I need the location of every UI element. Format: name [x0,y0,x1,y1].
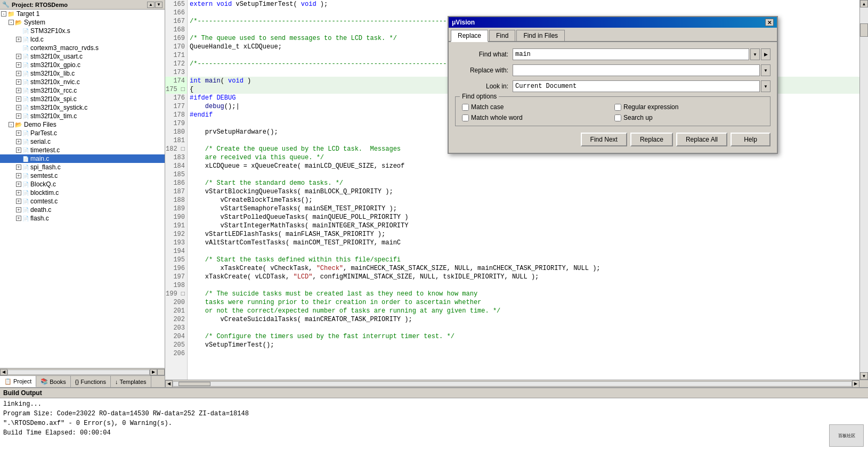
tab-templates-label: Templates [119,379,146,385]
code-hscroll-track[interactable] [173,381,852,387]
replace-with-row: Replace with: ▼ [455,64,770,76]
tab-books[interactable]: 📚 Books [36,376,71,387]
tree-item-comtest[interactable]: + 📄 comtest.c [0,197,165,206]
expand-icon-blocktim[interactable]: + [16,190,21,195]
tree-item-semtest[interactable]: + 📄 semtest.c [0,171,165,180]
tree-item-lcdc[interactable]: + 📄 lcd.c [0,35,165,44]
expand-icon-stm32systick[interactable]: + [16,105,21,110]
hscroll-left[interactable]: ◀ [0,369,7,375]
replace-with-input[interactable] [513,64,760,76]
expand-icon-death[interactable]: + [16,207,21,212]
code-hscroll-left[interactable]: ◀ [165,380,173,388]
find-tab-label: Find [496,32,508,39]
regular-expression-label: Regular expression [623,103,678,111]
tree-item-blockq[interactable]: + 📄 BlockQ.c [0,180,165,188]
find-next-button[interactable]: Find Next [581,133,627,146]
tab-project[interactable]: 📋 Project [0,376,36,387]
tree-item-spiflash[interactable]: + 📄 spi_flash.c [0,163,165,171]
dialog-buttons: Find Next Replace Replace All Help [455,133,770,146]
hscroll-track[interactable] [7,370,150,375]
tree-item-stm32lib[interactable]: + 📄 stm32f10x_lib.c [0,69,165,78]
expand-icon-partest[interactable]: + [16,130,21,136]
code-line-191: vStartIntegerMathTasks( mainINTEGER_TASK… [190,222,859,230]
expand-icon-demofiles[interactable]: - [9,122,14,127]
code-scroll-down[interactable]: ▼ [860,372,868,380]
look-in-input[interactable] [513,80,760,92]
expand-icon[interactable]: - [1,11,6,17]
tree-item-stm32systick[interactable]: + 📄 stm32f10x_systick.c [0,103,165,112]
match-whole-word-checkbox[interactable] [462,114,469,121]
tree-item-system[interactable]: - 📂 System [0,18,165,27]
find-what-dropdown[interactable]: ▼ [750,48,760,60]
replace-button[interactable]: Replace [630,133,673,146]
expand-icon-stm32spi[interactable]: + [16,96,21,102]
watermark-text: 百板社区 [838,433,855,439]
tree-item-demofiles[interactable]: - 📂 Demo Files [0,120,165,129]
dialog-close-button[interactable]: ✕ [765,19,774,26]
dialog-tab-replace[interactable]: Replace [451,30,488,42]
help-button[interactable]: Help [731,133,770,146]
expand-icon-serial[interactable]: + [16,139,21,144]
expand-icon-lcdc[interactable]: + [16,37,21,42]
code-hscroll-thumb[interactable] [179,382,210,386]
expand-icon-stm32lib[interactable]: + [16,71,21,76]
tree-item-stm32f10xs[interactable]: 📄 STM32F10x.s [0,27,165,35]
code-scroll-thumb[interactable] [860,23,868,37]
tree-item-mainc[interactable]: 📄 main.c [0,154,165,163]
dialog-tab-find-in-files[interactable]: Find in Files [516,30,565,41]
tree-item-partest[interactable]: + 📄 ParTest.c [0,129,165,137]
tree-item-stm32nvic[interactable]: + 📄 stm32f10x_nvic.c [0,78,165,86]
tree-item-stm32spi[interactable]: + 📄 stm32f10x_spi.c [0,95,165,103]
sidebar-scroll-down[interactable]: ▼ [155,2,163,8]
find-what-forward[interactable]: ▶ [761,48,770,60]
tree-item-cortexm3[interactable]: 📄 cortexm3_macro_rvds.s [0,44,165,52]
tree-item-flash[interactable]: + 📄 flash.c [0,214,165,223]
search-up-label: Search up [623,114,653,121]
tree-item-stm32usart[interactable]: + 📄 stm32f10x_usart.c [0,52,165,61]
find-what-row: Find what: ▼ ▶ [455,48,770,60]
replace-with-dropdown[interactable]: ▼ [761,64,770,76]
look-in-dropdown[interactable]: ▼ [761,80,770,92]
expand-icon-blockq[interactable]: + [16,182,21,187]
expand-icon-timertest[interactable]: + [16,147,21,153]
books-tab-icon: 📚 [40,378,48,385]
expand-icon-stm32gpio[interactable]: + [16,62,21,68]
tab-functions[interactable]: {} Functions [71,376,111,387]
code-hscroll-right[interactable]: ▶ [852,380,859,388]
expand-icon-spiflash[interactable]: + [16,165,21,170]
replace-all-button[interactable]: Replace All [676,133,727,146]
tree-label-stm32systick: stm32f10x_systick.c [30,104,87,111]
expand-icon-stm32rcc[interactable]: + [16,88,21,93]
expand-icon-flash[interactable]: + [16,216,21,221]
code-scroll-up[interactable]: ▲ [860,0,868,7]
find-what-container: ▼ ▶ [513,48,770,60]
tree-item-stm32rcc[interactable]: + 📄 stm32f10x_rcc.c [0,86,165,95]
tab-templates[interactable]: ↓ Templates [111,376,151,387]
tree-item-stm32tim[interactable]: + 📄 stm32f10x_tim.c [0,112,165,120]
expand-icon-system[interactable]: - [9,20,14,25]
expand-icon-comtest[interactable]: + [16,199,21,204]
tree-item-serial[interactable]: + 📄 serial.c [0,137,165,146]
regular-expression-checkbox[interactable] [614,104,621,111]
hscroll-right[interactable]: ▶ [150,369,157,375]
tree-item-target1[interactable]: - 📁 Target 1 [0,10,165,18]
find-what-input[interactable] [513,48,749,60]
search-up-checkbox[interactable] [614,114,621,121]
dialog-tab-find[interactable]: Find [489,30,515,41]
sidebar-scroll-up[interactable]: ▲ [147,2,155,8]
expand-icon-stm32tim[interactable]: + [16,113,21,119]
func-tab-icon: {} [75,379,79,385]
code-scroll-track[interactable] [860,7,868,372]
tree-item-timertest[interactable]: + 📄 timertest.c [0,146,165,154]
match-case-checkbox[interactable] [462,104,469,111]
expand-icon-semtest[interactable]: + [16,173,21,178]
tree-item-blocktim[interactable]: + 📄 blocktim.c [0,188,165,197]
tree-item-death[interactable]: + 📄 death.c [0,206,165,214]
tree-label-cortexm3: cortexm3_macro_rvds.s [30,44,99,52]
expand-icon-stm32nvic[interactable]: + [16,79,21,85]
code-line-201: or not the correct/expected number of ta… [190,307,859,315]
expand-icon-stm32usart[interactable]: + [16,54,21,59]
tree-item-stm32gpio[interactable]: + 📄 stm32f10x_gpio.c [0,61,165,69]
code-line-205: vSetupTimerTest(); [190,341,859,349]
code-line-183: are received via this queue. */ [190,153,859,162]
